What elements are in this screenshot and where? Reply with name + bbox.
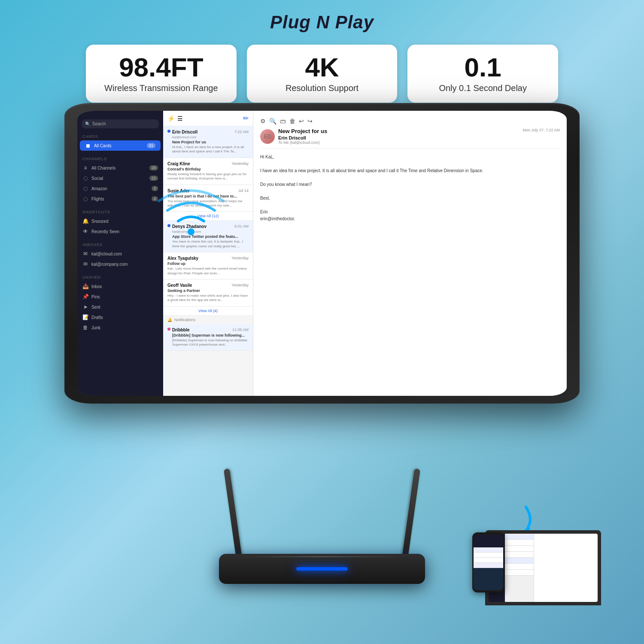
email-item-6[interactable]: Geoff Vasile Yesterday Seeking a Partner… [163,279,253,307]
preview-6: Hey - I want to make new shirts and pins… [167,294,249,303]
subject-3: The best part is that I do not have to..… [167,194,249,198]
sidebar-item-pins[interactable]: 📌 Pins [77,292,163,302]
feature-range: 98.4FT Wireless Transmission Range [86,45,237,103]
sidebar-item-icloud[interactable]: ✉ kal@icloud.com [77,249,163,259]
icloud-icon: ✉ [82,251,88,257]
sent-label: Sent [91,305,100,310]
view-all-12[interactable]: View All (12) [163,212,253,221]
social-label: Social [91,176,103,181]
email-item-5[interactable]: Alex Tyagulsky Yesterday Follow up KaL, … [163,252,253,279]
sidebar-item-snoozed[interactable]: 🔔 Snoozed [77,216,163,226]
feature-resolution-num: 4K [261,54,384,81]
sidebar-item-amazon[interactable]: ◌ Amazon 3 [77,183,163,194]
sidebar-item-sent[interactable]: ➤ Sent [77,302,163,312]
email-item-3[interactable]: Susie Ader Jul 14 The best part is that … [163,185,253,212]
icloud-label: kal@icloud.com [91,252,122,256]
time-6: Yesterday [231,283,249,288]
sidebar-item-inbox[interactable]: 📥 Inbox [77,281,163,292]
sidebar-item-junk[interactable]: 🗑 Junk [77,322,163,333]
subject-4: App Store Twitter posted the featu... [172,234,249,239]
allcards-label: All Cards [94,143,112,148]
tv-frame: 🔍 Search CARDS ◼ All Cards 21 CHANNELS ≡ [64,103,580,404]
time-2: Yesterday [231,161,249,166]
allcards-badge: 21 [147,143,155,148]
small-devices-area [472,511,601,605]
page-title: Plug N Play [0,0,644,33]
sender-5: Alex Tyagulsky [167,256,198,261]
subject-1: New Project for us [172,140,249,144]
email-item-dribbble[interactable]: Dribbble 11:05 AM [Dribbble] Superman is… [163,324,253,351]
email-list-header: ⚡ ☰ ✏ [163,111,253,126]
list-menu-icon: ☰ [177,115,183,122]
subject-2: Conrad's Birthday [167,167,249,171]
detail-to: To Me (kal@icloud.com) [278,140,327,145]
sidebar-item-flights[interactable]: ◌ Flights 4 [77,194,163,204]
search-icon: 🔍 [85,122,90,126]
sender-3: Susie Ader [167,188,190,193]
account-1: kal@icloud.com [172,135,249,139]
junk-label: Junk [91,325,100,330]
company-label: kal@company.com [91,262,128,267]
email-item-1[interactable]: Erin Driscoll 7:22 AM kal@icloud.com New… [163,126,253,158]
phone-small [472,532,504,592]
feature-delay: 0.1 Only 0.1 Second Delay [407,45,558,103]
sidebar-item-allchannels[interactable]: ≡ All Channels 28 [77,163,163,173]
sidebar-item-recently-seen[interactable]: 👁 Recently Seen [77,226,163,237]
compose-button[interactable]: ✏ [243,114,249,122]
sidebar-item-social[interactable]: ◌ Social 21 [77,173,163,183]
unread-dot-dribbble [167,328,170,331]
detail-toolbar: ⚙ 🔍 🗃 🗑 ↩ ↪ [260,118,560,125]
sidebar-section-title-unified: UNIFIED [77,273,163,281]
subject-6: Seeking a Partner [167,289,249,293]
detail-avatar: ED [260,129,275,144]
email-item-2[interactable]: Craig Kline Yesterday Conrad's Birthday … [163,158,253,185]
allchannels-badge: 28 [149,165,158,170]
detail-header: ED New Project for us Erin Driscoll To M… [260,128,560,149]
detail-from-name: Erin Driscoll [278,135,327,140]
detail-subject: New Project for us [278,128,327,134]
feature-resolution-text: Resolution Support [261,83,384,93]
sender-2: Craig Kline [167,161,190,166]
bluetooth-icon: ⚙ [260,118,266,125]
feature-range-text: Wireless Transmission Range [100,83,223,93]
unread-dot-1 [167,130,170,133]
detail-date: Mon July 27, 7:22 AM [522,128,560,132]
search-label: Search [92,122,106,126]
feature-range-num: 98.4FT [100,54,223,81]
archive-icon[interactable]: 🗃 [280,118,286,125]
snoozed-icon: 🔔 [82,218,88,224]
time-3: Jul 14 [238,188,249,193]
sent-icon: ➤ [82,304,88,310]
sidebar-item-drafts[interactable]: 📝 Drafts [77,312,163,322]
sender-4: Denys Zhadanov [172,224,207,229]
reply-icon[interactable]: ↩ [299,118,304,125]
search-bar[interactable]: 🔍 Search [82,119,159,128]
company-icon: ✉ [82,261,88,267]
sidebar-section-unified: UNIFIED 📥 Inbox 📌 Pins ➤ Sent 📝 [77,273,163,333]
email-item-4[interactable]: Denys Zhadanov 6:01 AM kal@company.com A… [163,221,253,252]
preview-3: You know how I love automation. Assist h… [167,199,249,208]
snoozed-label: Snoozed [91,219,108,224]
view-all-4[interactable]: View All (4) [163,307,253,316]
preview-1: Hi KaL, I have an idea for a new project… [172,145,249,154]
mail-sidebar: 🔍 Search CARDS ◼ All Cards 21 CHANNELS ≡ [77,111,163,396]
bell-icon: 🔔 [167,318,172,322]
drafts-label: Drafts [91,315,103,320]
flights-badge: 4 [152,196,158,201]
preview-4: You have to check this out. It is fantas… [172,240,249,249]
sidebar-section-channels: CHANNELS ≡ All Channels 28 ◌ Social 21 ◌… [77,155,163,204]
phone-screen-small [474,535,503,590]
device-area [206,472,438,584]
sidebar-item-company[interactable]: ✉ kal@company.com [77,259,163,269]
antenna-left [224,468,242,559]
feature-resolution: 4K Resolution Support [247,45,398,103]
amazon-badge: 3 [152,186,158,191]
sidebar-section-cards: CARDS ◼ All Cards 21 [77,133,163,151]
device-body [219,554,425,584]
forward-icon[interactable]: ↪ [307,118,313,125]
trash-icon[interactable]: 🗑 [289,118,295,125]
preview-5: KaL, Lets move forward with the current … [167,267,249,276]
recently-seen-label: Recently Seen [91,229,119,234]
laptop-screen-small [489,534,598,602]
sidebar-item-allcards[interactable]: ◼ All Cards 21 [80,140,161,151]
